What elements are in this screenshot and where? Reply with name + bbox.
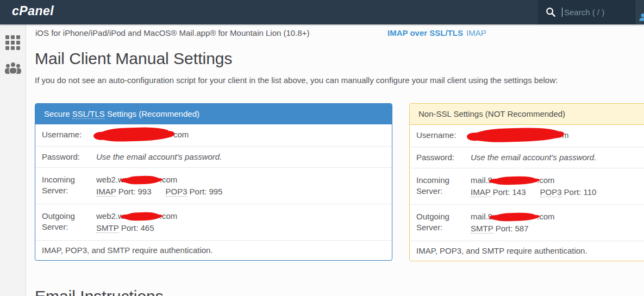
password-label: Password: [410, 152, 471, 163]
ssl-panel-title-prefix: Secure [44, 109, 72, 118]
table-row-outgoing-server: Outgoing Server: mail.9.com SMTPPort: 58… [410, 204, 644, 241]
redaction-scribble [493, 212, 536, 221]
outgoing-host: web2.w.com [96, 211, 387, 222]
incoming-server-value: mail.9.com IMAPPort: 143POP3Port: 110 [471, 175, 644, 198]
table-row-incoming-server: Incoming Server: web2.w.com IMAPPort: 99… [35, 167, 392, 204]
page-title: Mail Client Manual Settings [35, 48, 233, 69]
smtp-port-value: Port: 465 [121, 223, 154, 232]
search-input[interactable] [563, 8, 634, 17]
pop3-port-value: Port: 110 [564, 187, 597, 197]
imap-abbr: IMAP [471, 187, 491, 197]
search-box[interactable] [538, 0, 635, 24]
users-icon[interactable] [4, 61, 22, 74]
incoming-server-label: Incoming Server: [410, 175, 471, 198]
client-list-row: iOS for iPhone/iPad/iPod and MacOS® Mail… [26, 28, 644, 40]
pop3-port-value: Port: 995 [190, 187, 223, 196]
ssl-panel-title-suffix: Settings (Recommended) [105, 109, 199, 118]
username-label: Username: [35, 129, 96, 141]
imap-over-ssl-link[interactable]: IMAP over SSL/TLS [387, 28, 463, 37]
navbar-right-segment [635, 0, 644, 24]
incoming-host: mail.9.com [471, 175, 644, 186]
host-prefix: web2.w [96, 175, 124, 184]
incoming-ports: IMAPPort: 993POP3Port: 995 [96, 186, 387, 197]
redaction-scribble [97, 127, 172, 142]
imap-port-value: Port: 143 [493, 187, 526, 197]
pop3-abbr: POP3 [540, 187, 562, 197]
text-caret [562, 8, 562, 17]
imap-link[interactable]: IMAP [466, 28, 486, 37]
nonssl-panel-footer: IMAP, POP3, and SMTP require authenticat… [410, 241, 644, 261]
redaction-scribble [124, 175, 159, 185]
incoming-host: web2.w.com [96, 174, 387, 185]
username-label: Username: [410, 130, 471, 142]
redaction-scribble [493, 175, 536, 185]
password-label: Password: [35, 152, 96, 162]
cpanel-logo[interactable]: cPanel [12, 4, 54, 18]
incoming-server-label: Incoming Server: [35, 174, 96, 197]
ssl-tls-abbr: SSL/TLS [72, 109, 105, 119]
outgoing-host: mail.9.com [471, 211, 644, 222]
table-row-username: Username: com [35, 124, 392, 146]
search-icon [546, 7, 556, 17]
table-row-password: Password: Use the email account's passwo… [35, 146, 392, 167]
outgoing-ports: SMTPPort: 465 [96, 223, 387, 234]
incoming-server-value: web2.w.com IMAPPort: 993POP3Port: 995 [96, 174, 392, 197]
redaction-scribble [124, 212, 159, 221]
incoming-ports: IMAPPort: 143POP3Port: 110 [471, 187, 644, 198]
table-row-username: Username: m [410, 125, 644, 147]
password-value: Use the email account's password. [96, 152, 392, 162]
nonssl-panel-header: Non-SSL Settings (NOT Recommended) [410, 104, 644, 125]
outgoing-server-value: web2.w.com SMTPPort: 465 [96, 211, 392, 234]
page-subtitle: If you do not see an auto-configuration … [35, 75, 558, 85]
main-content: iOS for iPhone/iPad/iPod and MacOS® Mail… [26, 24, 644, 296]
smtp-port-value: Port: 587 [496, 224, 529, 233]
smtp-abbr: SMTP [96, 223, 119, 233]
next-section-clip: Email Instructions [35, 287, 164, 296]
username-visible-text: com [173, 130, 189, 139]
ssl-panel-header: Secure SSL/TLS Settings (Recommended) [35, 104, 392, 124]
host-prefix: web2.w [96, 211, 124, 221]
nonssl-settings-panel: Non-SSL Settings (NOT Recommended) Usern… [409, 103, 644, 261]
smtp-abbr: SMTP [471, 224, 493, 234]
username-value: m [471, 130, 644, 142]
outgoing-server-value: mail.9.com SMTPPort: 587 [471, 211, 644, 234]
redaction-scribble [471, 127, 561, 143]
left-sidebar [0, 24, 26, 296]
grid-home-icon[interactable] [5, 35, 20, 50]
ssl-panel-footer: IMAP, POP3, and SMTP require authenticat… [35, 240, 392, 260]
outgoing-ports: SMTPPort: 587 [471, 223, 644, 234]
ssl-settings-panel: Secure SSL/TLS Settings (Recommended) Us… [35, 103, 392, 261]
imap-port-value: Port: 993 [118, 187, 152, 196]
table-row-incoming-server: Incoming Server: mail.9.com IMAPPort: 14… [410, 168, 644, 204]
table-row-password: Password: Use the email account's passwo… [410, 147, 644, 168]
client-row-label: iOS for iPhone/iPad/iPod and MacOS® Mail… [35, 28, 309, 37]
outgoing-server-label: Outgoing Server: [410, 211, 471, 234]
pop3-abbr: POP3 [166, 187, 187, 197]
password-value: Use the email account's password. [471, 152, 644, 163]
imap-abbr: IMAP [96, 187, 116, 197]
table-row-outgoing-server: Outgoing Server: web2.w.com SMTPPort: 46… [35, 204, 392, 240]
user-icon[interactable] [639, 13, 644, 21]
outgoing-server-label: Outgoing Server: [35, 211, 96, 234]
username-value: com [96, 129, 392, 141]
top-navbar: cPanel [0, 0, 644, 24]
email-instructions-heading: Email Instructions [35, 287, 164, 296]
